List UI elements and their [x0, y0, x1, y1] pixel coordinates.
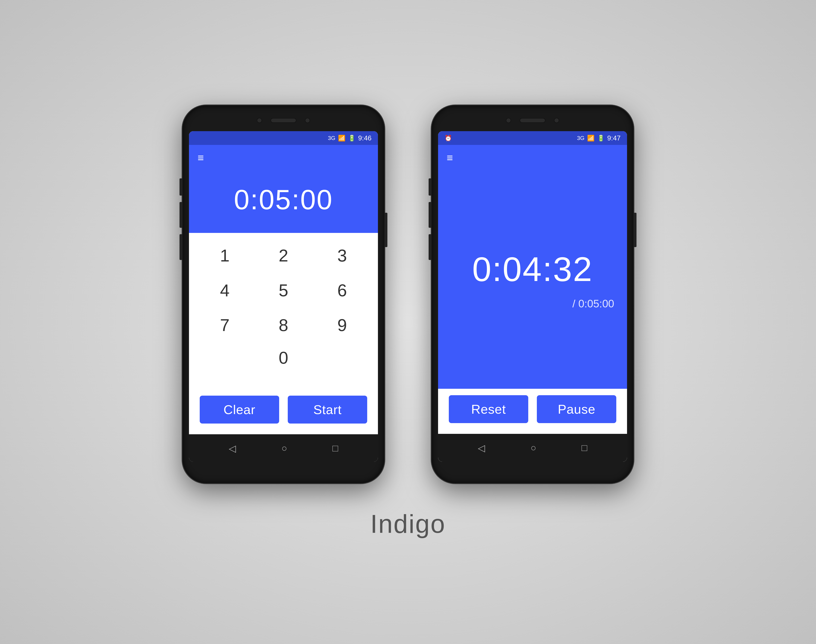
bottom-buttons-right: Reset Pause	[438, 389, 627, 434]
recent-button-right[interactable]	[581, 442, 587, 453]
screen-right: ⏰ 3G 📶 🔋 9:47 ≡ 0:04:32 / 0:05:00	[438, 131, 627, 462]
numpad-grid: 1 2 3 4 5 6 7 8 9	[202, 241, 365, 339]
status-time: 9:46	[358, 134, 371, 142]
battery-icon-right: 🔋	[597, 135, 605, 142]
total-time-label: / 0:05:00	[572, 298, 614, 310]
phone-top-bar	[189, 112, 378, 129]
num-7[interactable]: 7	[202, 311, 248, 339]
phones-container: 3G 📶 🔋 9:46 ≡ 0:05:00 1 2 3	[183, 106, 633, 483]
phone-camera-front	[305, 118, 310, 123]
countdown-display: 0:04:32 / 0:05:00	[438, 171, 627, 389]
battery-icon: 🔋	[348, 135, 356, 142]
network-icon-right: 3G	[577, 135, 584, 141]
phone-top-bar-right	[438, 112, 627, 129]
phone-camera-left-right	[506, 118, 511, 123]
alarm-icon: ⏰	[445, 135, 452, 142]
countdown-value: 0:04:32	[472, 250, 593, 289]
start-button[interactable]: Start	[288, 396, 367, 423]
num-6[interactable]: 6	[319, 276, 365, 305]
status-bar-right-right-section: 3G 📶 🔋 9:47	[577, 134, 621, 142]
phone-side-power	[384, 213, 387, 247]
status-time-right: 9:47	[607, 134, 621, 142]
num-8[interactable]: 8	[261, 311, 306, 339]
num-4[interactable]: 4	[202, 276, 248, 305]
back-button-left[interactable]	[229, 443, 236, 454]
num-5[interactable]: 5	[261, 276, 306, 305]
home-button-left[interactable]	[281, 443, 287, 454]
app-bar-right: ≡	[438, 145, 627, 171]
num-9[interactable]: 9	[319, 311, 365, 339]
phone-side-extra	[179, 234, 183, 260]
bottom-buttons-left: Clear Start	[189, 389, 378, 434]
phone-right-side-vol-up	[429, 178, 432, 196]
phone-speaker-right	[520, 118, 545, 123]
num-zero-row: 0	[202, 344, 365, 372]
phone-speaker	[271, 118, 296, 123]
nav-bar-right	[438, 434, 627, 462]
back-button-right[interactable]	[478, 442, 485, 453]
status-bar-right-section: 3G 📶 🔋 9:46	[328, 134, 371, 142]
num-2[interactable]: 2	[261, 241, 306, 270]
hamburger-menu-icon-right[interactable]: ≡	[447, 152, 453, 163]
status-bar-right-phone: ⏰ 3G 📶 🔋 9:47	[438, 131, 627, 145]
signal-icon: 📶	[338, 135, 345, 142]
num-0[interactable]: 0	[279, 344, 288, 372]
reset-button[interactable]: Reset	[449, 395, 528, 423]
num-3[interactable]: 3	[319, 241, 365, 270]
phone-camera-front-right	[554, 118, 559, 123]
phone-side-volume-down	[179, 202, 183, 228]
phone-right-side-vol-down	[429, 202, 432, 228]
clear-button[interactable]: Clear	[200, 396, 279, 423]
screen-left: 3G 📶 🔋 9:46 ≡ 0:05:00 1 2 3	[189, 131, 378, 462]
pause-button[interactable]: Pause	[537, 395, 616, 423]
phone-right-side-extra	[429, 234, 432, 260]
signal-icon-right: 📶	[587, 135, 595, 142]
hamburger-menu-icon[interactable]: ≡	[198, 152, 204, 163]
phone-right: ⏰ 3G 📶 🔋 9:47 ≡ 0:04:32 / 0:05:00	[432, 106, 633, 483]
status-bar-left: 3G 📶 🔋 9:46	[189, 131, 378, 145]
nav-bar-left	[189, 434, 378, 462]
page-theme-label: Indigo	[370, 509, 446, 538]
phone-bottom-bar-right	[438, 464, 627, 477]
phone-camera-left	[257, 118, 262, 123]
timer-value-left: 0:05:00	[234, 184, 333, 216]
recent-button-left[interactable]	[333, 443, 338, 454]
numpad-area: 1 2 3 4 5 6 7 8 9 0	[189, 233, 378, 389]
phone-right-side-power	[633, 213, 637, 247]
phone-bottom-bar-left	[189, 464, 378, 477]
num-1[interactable]: 1	[202, 241, 248, 270]
phone-left: 3G 📶 🔋 9:46 ≡ 0:05:00 1 2 3	[183, 106, 384, 483]
timer-display-left: 0:05:00	[189, 171, 378, 233]
network-icon: 3G	[328, 135, 336, 141]
home-button-right[interactable]	[531, 442, 536, 453]
app-bar-left: ≡	[189, 145, 378, 171]
phone-side-volume-up	[179, 178, 183, 196]
status-bar-right-left-section: ⏰	[445, 135, 577, 142]
